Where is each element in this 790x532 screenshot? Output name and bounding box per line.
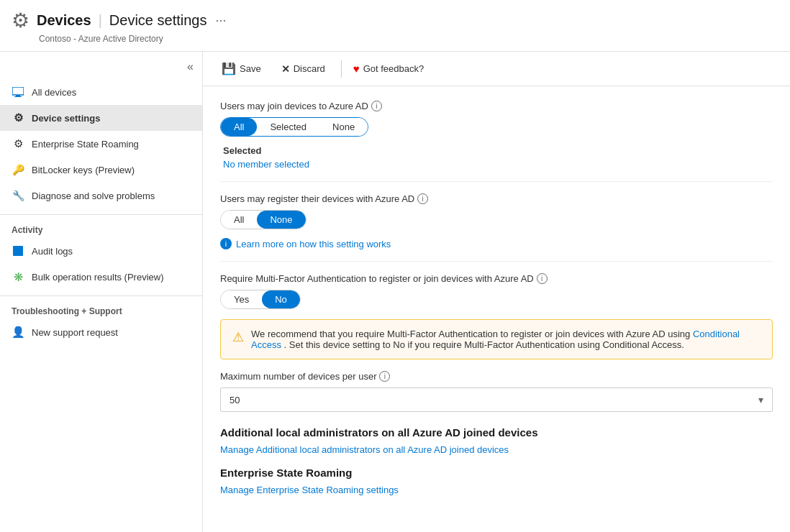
register-devices-toggle: All None	[220, 210, 307, 229]
warning-text: We recommend that you require Multi-Fact…	[251, 329, 761, 350]
discard-label: Discard	[294, 63, 325, 74]
join-devices-info-icon[interactable]: i	[371, 101, 382, 111]
register-none-option[interactable]: None	[257, 211, 305, 229]
additional-admins-heading: Additional local administrators on all A…	[220, 426, 773, 439]
max-devices-info-icon[interactable]: i	[379, 371, 390, 382]
mfa-no-option[interactable]: No	[262, 290, 300, 308]
header: ⚙ Devices | Device settings ··· Contoso …	[0, 0, 790, 52]
warning-text-before: We recommend that you require Multi-Fact…	[251, 329, 690, 339]
save-label: Save	[240, 63, 261, 74]
sidebar-item-device-settings[interactable]: ⚙ Device settings	[0, 105, 202, 131]
feedback-label: Got feedback?	[363, 63, 424, 74]
more-options-icon[interactable]: ···	[215, 13, 226, 28]
enterprise-roaming-link[interactable]: Manage Enterprise State Roaming settings	[220, 485, 773, 495]
sidebar-divider-troubleshooting	[0, 295, 202, 296]
join-selected-option[interactable]: Selected	[257, 118, 319, 136]
sidebar-label-enterprise-state-roaming: Enterprise State Roaming	[32, 139, 139, 150]
join-devices-label: Users may join devices to Azure AD	[220, 101, 368, 111]
sidebar-item-bitlocker-keys[interactable]: 🔑 BitLocker keys (Preview)	[0, 157, 202, 183]
selected-label: Selected	[223, 145, 773, 156]
sidebar-label-all-devices: All devices	[32, 87, 76, 98]
sidebar: « All devices ⚙ Device settings ⚙ Enterp…	[0, 52, 203, 532]
key-icon: 🔑	[12, 163, 24, 176]
svg-rect-3	[13, 246, 23, 256]
mfa-section: Require Multi-Factor Authentication to r…	[220, 273, 773, 359]
sidebar-item-new-support-request[interactable]: 👤 New support request	[0, 319, 202, 345]
divider-2	[220, 261, 773, 262]
title-pipe: |	[99, 12, 102, 29]
join-devices-section: Users may join devices to Azure AD i All…	[220, 101, 773, 170]
activity-section-label: Activity	[0, 221, 202, 238]
sidebar-label-new-support-request: New support request	[32, 327, 118, 338]
enterprise-roaming-heading: Enterprise State Roaming	[220, 467, 773, 479]
register-devices-info-icon[interactable]: i	[417, 193, 428, 204]
sidebar-divider-activity	[0, 214, 202, 215]
sidebar-item-bulk-operation[interactable]: ❋ Bulk operation results (Preview)	[0, 264, 202, 290]
sidebar-item-diagnose[interactable]: 🔧 Diagnose and solve problems	[0, 183, 202, 208]
gear-icon: ⚙	[12, 9, 29, 32]
heart-icon: ♥	[353, 63, 360, 75]
join-all-option[interactable]: All	[221, 118, 257, 136]
warning-triangle-icon: ⚠	[232, 329, 244, 350]
discard-button[interactable]: ✕ Discard	[277, 60, 330, 78]
support-icon: 👤	[12, 326, 24, 339]
roaming-icon: ⚙	[12, 137, 24, 150]
feedback-button[interactable]: ♥ Got feedback?	[353, 63, 424, 75]
discard-icon: ✕	[281, 63, 290, 75]
max-devices-value: 50	[230, 395, 240, 405]
svg-rect-2	[14, 96, 22, 97]
save-button[interactable]: 💾 Save	[217, 59, 265, 78]
max-devices-label: Maximum number of devices per user	[220, 371, 376, 382]
collapse-sidebar-button[interactable]: «	[187, 60, 194, 73]
main-content: 💾 Save ✕ Discard ♥ Got feedback? Users m…	[203, 52, 790, 532]
join-none-option[interactable]: None	[319, 118, 368, 136]
settings-content: Users may join devices to Azure AD i All…	[203, 86, 790, 532]
sidebar-label-bitlocker: BitLocker keys (Preview)	[32, 165, 135, 175]
additional-admins-section: Additional local administrators on all A…	[220, 426, 773, 455]
mfa-label: Require Multi-Factor Authentication to r…	[220, 273, 534, 284]
no-member-selected[interactable]: No member selected	[223, 159, 773, 170]
mfa-info-icon[interactable]: i	[537, 273, 548, 284]
register-devices-section: Users may register their devices with Az…	[220, 193, 773, 249]
bulk-icon: ❋	[12, 270, 24, 283]
app-title: Devices	[37, 12, 91, 29]
troubleshooting-section-label: Troubleshooting + Support	[0, 302, 202, 319]
enterprise-state-roaming-section: Enterprise State Roaming Manage Enterpri…	[220, 467, 773, 495]
org-name: Contoso - Azure Active Directory	[39, 34, 778, 50]
sidebar-item-enterprise-state-roaming[interactable]: ⚙ Enterprise State Roaming	[0, 131, 202, 157]
mfa-toggle: Yes No	[220, 290, 301, 309]
learn-more-text: Learn more on how this setting works	[236, 239, 391, 249]
sidebar-label-device-settings: Device settings	[32, 113, 100, 124]
sidebar-item-all-devices[interactable]: All devices	[0, 79, 202, 105]
gear-small-icon: ⚙	[12, 111, 24, 124]
additional-admins-link[interactable]: Manage Additional local administrators o…	[220, 444, 773, 455]
learn-more-link[interactable]: i Learn more on how this setting works	[220, 238, 773, 249]
sidebar-label-bulk-operation: Bulk operation results (Preview)	[32, 272, 164, 283]
svg-rect-0	[12, 87, 24, 95]
register-devices-label: Users may register their devices with Az…	[220, 193, 414, 204]
max-devices-dropdown[interactable]: 50 ▾	[220, 387, 773, 412]
join-devices-toggle: All Selected None	[220, 117, 368, 137]
screen-icon	[12, 86, 24, 98]
toolbar-separator	[341, 60, 342, 78]
save-icon: 💾	[222, 62, 236, 75]
warning-text-after: . Set this device setting to No if you r…	[284, 339, 684, 350]
svg-rect-1	[16, 95, 20, 96]
toolbar: 💾 Save ✕ Discard ♥ Got feedback?	[203, 52, 790, 86]
sidebar-label-audit-logs: Audit logs	[32, 246, 73, 257]
page-title: Device settings	[109, 12, 207, 29]
max-devices-section: Maximum number of devices per user i 50 …	[220, 371, 773, 412]
dropdown-chevron-icon: ▾	[758, 394, 763, 405]
wrench-icon: 🔧	[12, 189, 24, 202]
mfa-warning-box: ⚠ We recommend that you require Multi-Fa…	[220, 319, 773, 359]
divider-1	[220, 181, 773, 182]
sidebar-label-diagnose: Diagnose and solve problems	[32, 191, 155, 201]
log-icon	[12, 244, 24, 257]
mfa-yes-option[interactable]: Yes	[221, 290, 262, 308]
learn-more-info-icon: i	[220, 238, 232, 249]
register-all-option[interactable]: All	[221, 211, 257, 229]
sidebar-item-audit-logs[interactable]: Audit logs	[0, 238, 202, 264]
